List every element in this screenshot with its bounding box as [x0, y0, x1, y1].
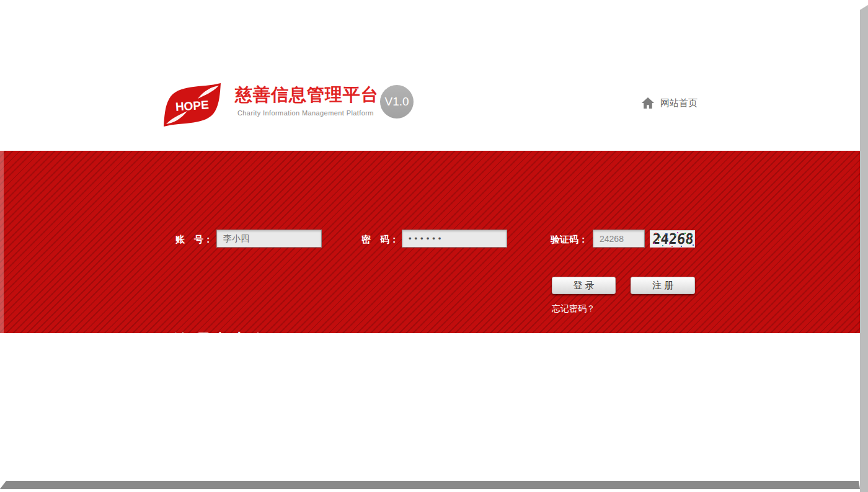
management-title: 管理中心 Management Center: [172, 329, 397, 354]
platform-title-block: 慈善信息管理平台 Charity Information Management …: [235, 86, 379, 117]
horizontal-scrollbar[interactable]: [0, 481, 860, 489]
leaf-logo-icon: HOPE: [163, 83, 222, 127]
captcha-input[interactable]: [593, 230, 645, 248]
captcha-label: 验证码：: [551, 234, 588, 246]
home-link[interactable]: 网站首页: [641, 97, 698, 109]
platform-subtitle: Charity Information Management Platform: [237, 109, 379, 117]
captcha-image[interactable]: 24268: [650, 230, 695, 248]
account-label: 账 号：: [175, 234, 213, 246]
title-divider: [257, 333, 259, 351]
account-input[interactable]: [216, 230, 322, 248]
home-icon: [641, 97, 655, 109]
management-title-en: Management Center: [267, 334, 397, 349]
password-input[interactable]: [402, 230, 507, 248]
hope-logo: HOPE: [163, 83, 222, 127]
home-link-label: 网站首页: [660, 97, 698, 109]
captcha-image-text: 24268: [651, 230, 695, 248]
logo-text: HOPE: [175, 98, 209, 114]
version-badge: V1.0: [380, 85, 414, 119]
captcha-noise-dots: [650, 231, 652, 232]
vertical-scrollbar[interactable]: [860, 5, 868, 492]
platform-title: 慈善信息管理平台: [235, 86, 379, 104]
login-page: HOPE 慈善信息管理平台 Charity Information Manage…: [0, 0, 868, 492]
register-button[interactable]: 注 册: [631, 277, 695, 294]
forgot-password-link[interactable]: 忘记密码？: [552, 303, 595, 315]
page-header: HOPE 慈善信息管理平台 Charity Information Manage…: [0, 0, 868, 151]
management-title-cn: 管理中心: [172, 329, 251, 354]
password-label: 密 码：: [361, 234, 399, 246]
login-button[interactable]: 登 录: [552, 277, 616, 294]
